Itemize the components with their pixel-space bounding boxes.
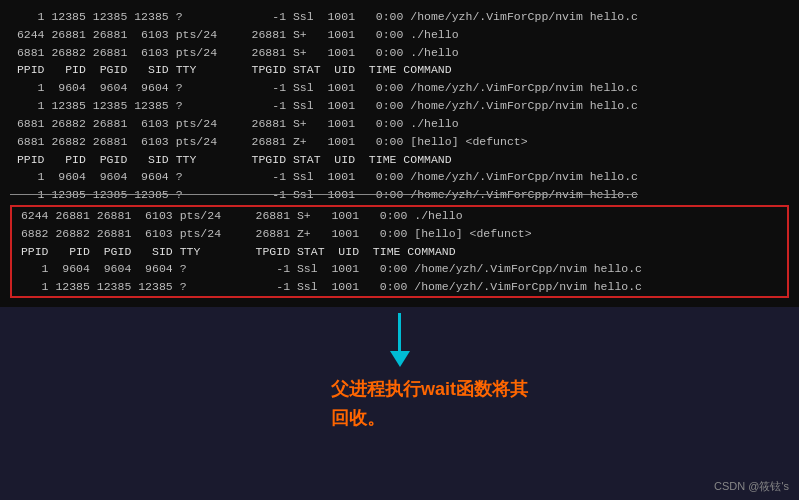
line-3: 6881 26882 26881 6103 pts/24 26881 S+ 10… bbox=[10, 44, 789, 62]
terminal-section-top: 1 12385 12385 12385 ? -1 Ssl 1001 0:00 /… bbox=[6, 8, 793, 204]
caption-text: 父进程执行wait函数将其 回收。 bbox=[331, 375, 528, 433]
line-5: 1 9604 9604 9604 ? -1 Ssl 1001 0:00 /hom… bbox=[10, 79, 789, 97]
line-2: 6244 26881 26881 6103 pts/24 26881 S+ 10… bbox=[10, 26, 789, 44]
arrow-section bbox=[0, 307, 799, 367]
line-9-header: PPID PID PGID SID TTY TPGID STAT UID TIM… bbox=[10, 151, 789, 169]
highlighted-line-1: 6244 26881 26881 6103 pts/24 26881 S+ 10… bbox=[14, 207, 785, 225]
arrow-head bbox=[390, 351, 410, 367]
line-11: 1 12385 12385 12385 ? -1 Ssl 1001 0:00 /… bbox=[10, 186, 789, 204]
line-10: 1 9604 9604 9604 ? -1 Ssl 1001 0:00 /hom… bbox=[10, 168, 789, 186]
highlighted-line-3-header: PPID PID PGID SID TTY TPGID STAT UID TIM… bbox=[14, 243, 785, 261]
arrow-shaft bbox=[398, 313, 401, 351]
terminal-section-highlighted: 6244 26881 26881 6103 pts/24 26881 S+ 10… bbox=[10, 205, 789, 298]
highlighted-line-4: 1 9604 9604 9604 ? -1 Ssl 1001 0:00 /hom… bbox=[14, 260, 785, 278]
line-4-header: PPID PID PGID SID TTY TPGID STAT UID TIM… bbox=[10, 61, 789, 79]
highlighted-line-2-defunct: 6882 26882 26881 6103 pts/24 26881 Z+ 10… bbox=[14, 225, 785, 243]
line-8-defunct: 6881 26882 26881 6103 pts/24 26881 Z+ 10… bbox=[10, 133, 789, 151]
caption-line2: 回收。 bbox=[331, 408, 385, 428]
terminal-container: 1 12385 12385 12385 ? -1 Ssl 1001 0:00 /… bbox=[0, 0, 799, 307]
line-6: 1 12385 12385 12385 ? -1 Ssl 1001 0:00 /… bbox=[10, 97, 789, 115]
caption-area: 父进程执行wait函数将其 回收。 bbox=[0, 367, 799, 433]
highlighted-line-5: 1 12385 12385 12385 ? -1 Ssl 1001 0:00 /… bbox=[14, 278, 785, 296]
caption-line1: 父进程执行wait函数将其 bbox=[331, 379, 528, 399]
line-7: 6881 26882 26881 6103 pts/24 26881 S+ 10… bbox=[10, 115, 789, 133]
line-1: 1 12385 12385 12385 ? -1 Ssl 1001 0:00 /… bbox=[10, 8, 789, 26]
arrow-wrapper bbox=[390, 313, 410, 367]
footer-brand: CSDN @筱铉's bbox=[714, 479, 789, 494]
